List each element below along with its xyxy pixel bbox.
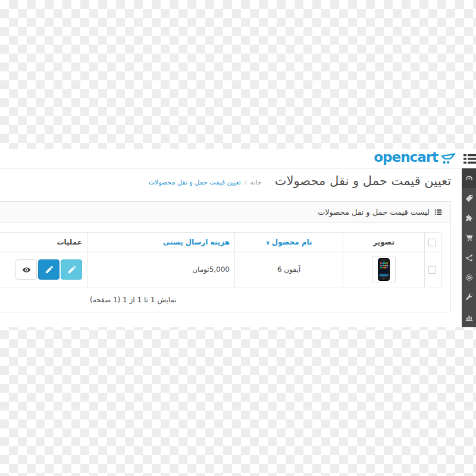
sidebar-item-sales[interactable] [462, 228, 476, 248]
page-header: تعیین قیمت حمل و نقل محصولات خانه / تعیی… [0, 168, 462, 188]
sidebar-item-dashboard[interactable] [462, 168, 476, 188]
panel-body: تصویر نام محصول∨ هزینه ارسال پستی عملیات [0, 223, 450, 313]
column-header-product-name[interactable]: نام محصول∨ [265, 238, 312, 246]
breadcrumb: خانه / تعیین قیمت حمل و نقل محصولات [149, 178, 262, 186]
share-icon [465, 254, 473, 262]
table-header-row: تصویر نام محصول∨ هزینه ارسال پستی عملیات [0, 233, 441, 252]
wrench-icon [465, 293, 473, 301]
top-header-bar: opencart [0, 149, 476, 168]
products-shipping-table: تصویر نام محصول∨ هزینه ارسال پستی عملیات [0, 232, 441, 287]
list-icon [434, 208, 442, 216]
opencart-admin-window: opencart [0, 149, 476, 327]
edit-product-button[interactable] [38, 259, 60, 280]
sidebar-item-system[interactable] [462, 268, 476, 287]
edit-shipping-button[interactable] [61, 259, 82, 280]
column-header-shipping-cost[interactable]: هزینه ارسال پستی [163, 238, 230, 246]
opencart-logo[interactable]: opencart [374, 149, 457, 165]
gear-icon [465, 274, 473, 281]
cart-icon [465, 234, 473, 242]
sidebar-item-extensions[interactable] [462, 208, 476, 228]
tag-icon [465, 195, 473, 202]
pagination-status: نمایش 1 تا 1 از 1 (1 صفحه) [0, 287, 441, 304]
sort-caret-icon: ∨ [265, 240, 270, 246]
main-content: تعیین قیمت حمل و نقل محصولات خانه / تعیی… [0, 168, 462, 327]
bar-chart-icon [465, 314, 473, 321]
eye-icon [22, 265, 31, 274]
cell-shipping-cost: 5,000تومان [87, 252, 235, 287]
sidebar-item-reports[interactable] [462, 308, 476, 327]
sidebar-item-marketing[interactable] [462, 248, 476, 268]
cell-product-name: آیفون 6 [235, 252, 343, 287]
row-checkbox[interactable] [428, 266, 436, 274]
product-thumbnail [372, 256, 396, 283]
opencart-cart-icon [440, 152, 457, 165]
dashboard-icon [465, 174, 473, 182]
puzzle-icon [465, 214, 473, 222]
sidebar-item-tools[interactable] [462, 287, 476, 307]
panel-heading: لیست قیمت حمل و نقل محصولات [0, 202, 450, 223]
pencil-icon [67, 265, 76, 274]
shipping-price-list-panel: لیست قیمت حمل و نقل محصولات تصویر نام مح… [0, 201, 451, 312]
breadcrumb-separator: / [245, 178, 247, 186]
breadcrumb-current-link[interactable]: تعیین قیمت حمل و نقل محصولات [149, 178, 241, 186]
view-product-button[interactable] [15, 259, 37, 280]
breadcrumb-home[interactable]: خانه [250, 178, 262, 186]
table-row: آیفون 6 5,000تومان [0, 252, 441, 287]
sidebar-item-catalog[interactable] [462, 188, 476, 208]
menu-toggle-icon[interactable] [464, 153, 476, 165]
admin-sidebar [462, 168, 476, 327]
panel-title: لیست قیمت حمل و نقل محصولات [318, 208, 430, 217]
select-all-checkbox[interactable] [428, 239, 436, 246]
page-title: تعیین قیمت حمل و نقل محصولات [275, 174, 451, 188]
pencil-icon [45, 265, 54, 274]
transparent-background: opencart [0, 0, 476, 476]
iphone-image [378, 258, 390, 281]
row-actions [0, 259, 82, 280]
column-header-actions: عملیات [0, 233, 87, 252]
opencart-logo-text: opencart [374, 149, 438, 165]
column-header-image: تصویر [343, 233, 425, 252]
